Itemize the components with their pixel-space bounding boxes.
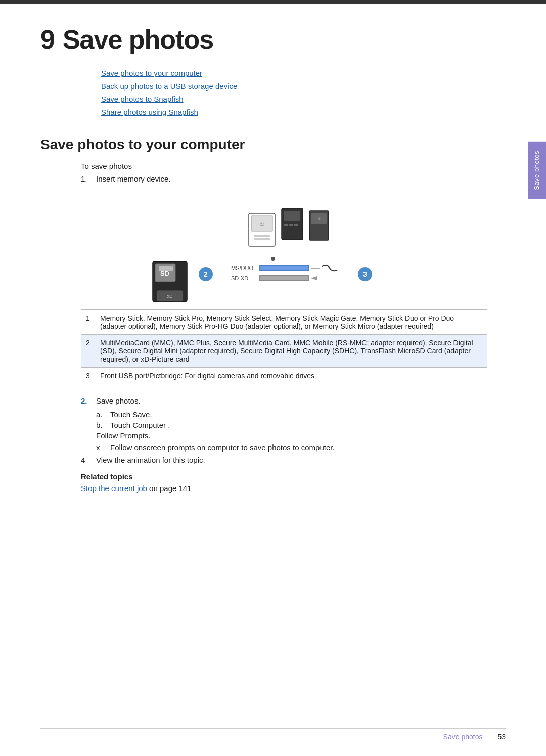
footnote-table: 1 Memory Stick, Memory Stick Pro, Memory… (81, 309, 487, 384)
step-2-num: 2. (81, 396, 96, 405)
sub-label-a: a. (96, 410, 110, 419)
step-4-text: View the animation for this topic. (96, 456, 205, 464)
footnote-text-2: MultiMediaCard (MMC), MMC Plus, Secure M… (95, 335, 487, 368)
toc-link-4[interactable]: Share photos using Snapfish (101, 106, 487, 119)
svg-text:①: ① (260, 221, 264, 227)
follow-prompts-text: Follow Prompts. (96, 431, 487, 440)
svg-text:SD: SD (160, 270, 169, 277)
svg-text:3: 3 (363, 270, 367, 278)
footer-page-number: 53 (497, 733, 506, 741)
sub-text-a: Touch Save. (110, 410, 152, 419)
section-heading: Save photos to your computer (40, 137, 487, 153)
x-label: x (96, 443, 110, 452)
toc-link-3[interactable]: Save photos to Snapfish (101, 93, 487, 106)
related-topics-label: Related topics (81, 472, 487, 481)
x-step-text: Follow onscreen prompts on computer to s… (110, 443, 335, 452)
footnote-row-1: 1 Memory Stick, Memory Stick Pro, Memory… (81, 310, 487, 335)
top-rule (0, 0, 546, 4)
page-footer: Save photos 53 (40, 728, 506, 741)
svg-rect-7 (284, 224, 288, 226)
svg-point-31 (271, 257, 275, 261)
step-2-text: Save photos. (96, 396, 487, 405)
sub-label-b: b. (96, 421, 110, 429)
chapter-heading: 9Save photos (40, 24, 487, 55)
svg-rect-8 (289, 224, 293, 226)
step-1-num: 1. (81, 174, 96, 183)
footnote-num-3: 3 (81, 368, 95, 384)
svg-rect-4 (254, 238, 270, 240)
svg-rect-23 (260, 266, 308, 270)
svg-rect-9 (294, 224, 298, 226)
footnote-row-2: 2 MultiMediaCard (MMC), MMC Plus, Secure… (81, 335, 487, 368)
footnote-num-1: 1 (81, 310, 95, 335)
step-1-text: Insert memory device. (96, 174, 487, 183)
footnote-num-2: 2 (81, 335, 95, 368)
svg-text:SD-XD: SD-XD (231, 275, 248, 281)
sidebar-tab: Save photos (528, 142, 546, 199)
step-4: 4 View the animation for this topic. (81, 456, 487, 464)
svg-rect-27 (260, 276, 308, 280)
memory-device-illustration: ① ① (138, 198, 431, 304)
toc-links: Save photos to your computer Back up pho… (101, 67, 487, 118)
sub-text-b: Touch Computer . (110, 421, 170, 429)
svg-text:xD: xD (167, 294, 173, 299)
step-1: 1. Insert memory device. (81, 174, 487, 183)
step-4-num: 4 (81, 456, 96, 464)
svg-marker-28 (311, 276, 317, 280)
step-2: 2. Save photos. (81, 396, 487, 405)
svg-text:2: 2 (204, 270, 208, 278)
svg-text:①: ① (317, 217, 321, 221)
toc-link-1[interactable]: Save photos to your computer (101, 67, 487, 80)
intro-label: To save photos (81, 162, 487, 170)
stop-current-job-link[interactable]: Stop the current job (81, 484, 147, 493)
footnote-text-1: Memory Stick, Memory Stick Pro, Memory S… (95, 310, 487, 335)
footnote-text-3: Front USB port/Pictbridge: For digital c… (95, 368, 487, 384)
illustration-area: ① ① (81, 193, 487, 304)
related-link: Stop the current job on page 141 (81, 484, 487, 493)
sub-step-b: b. Touch Computer . (96, 421, 487, 429)
x-step: x Follow onscreen prompts on computer to… (96, 443, 487, 452)
footer-section-name: Save photos (443, 733, 483, 741)
related-link-suffix: on page 141 (147, 484, 192, 493)
svg-rect-3 (254, 235, 270, 237)
svg-rect-16 (159, 266, 173, 271)
footnote-row-3: 3 Front USB port/Pictbridge: For digital… (81, 368, 487, 384)
svg-rect-6 (284, 211, 300, 221)
svg-text:MS/DUO: MS/DUO (231, 265, 253, 271)
toc-link-2[interactable]: Back up photos to a USB storage device (101, 80, 487, 93)
related-topics: Related topics Stop the current job on p… (81, 472, 487, 493)
sub-step-a: a. Touch Save. (96, 410, 487, 419)
sub-steps: a. Touch Save. b. Touch Computer . (96, 410, 487, 429)
